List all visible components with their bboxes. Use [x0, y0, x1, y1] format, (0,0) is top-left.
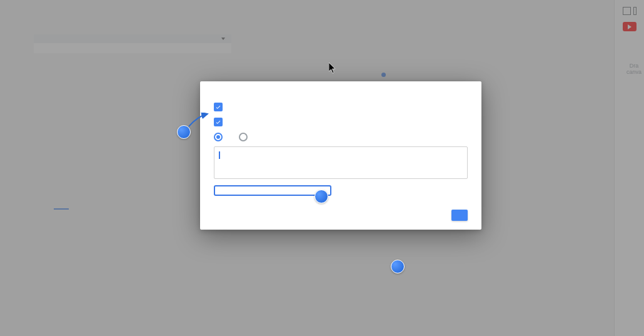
checkmark-icon [215, 119, 221, 125]
embed-code-textarea[interactable] [214, 146, 468, 179]
show-nav-checkbox[interactable] [214, 118, 223, 126]
embed-code-radio[interactable] [214, 133, 226, 141]
radio-selected-icon [214, 133, 223, 141]
annotation-badge-2 [314, 190, 328, 203]
finished-button[interactable] [429, 210, 445, 221]
radio-unselected-icon [239, 133, 248, 141]
checkmark-icon [215, 104, 221, 110]
dimensions-group [214, 185, 331, 196]
enable-embedding-checkbox[interactable] [214, 103, 223, 111]
annotation-badge-1 [177, 125, 191, 139]
annotation-badge-3 [391, 260, 405, 273]
embed-report-dialog [200, 81, 481, 230]
cursor-icon [329, 63, 336, 74]
embed-url-radio[interactable] [239, 133, 251, 141]
copy-to-clipboard-button[interactable] [451, 210, 468, 221]
